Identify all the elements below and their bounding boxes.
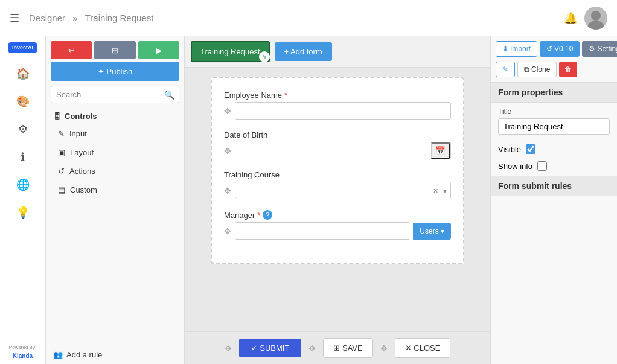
save-button[interactable]: ⊞ SAVE: [323, 338, 372, 358]
select-clear-icon[interactable]: ✕: [433, 187, 438, 194]
move-handle-manager[interactable]: ✥: [224, 226, 231, 236]
bell-icon[interactable]: 🔔: [564, 11, 577, 25]
manager-field: Manager * ? ✥ Users ▾: [224, 210, 451, 240]
employee-name-input[interactable]: [235, 102, 451, 120]
show-info-checkbox[interactable]: [537, 161, 547, 171]
version-button[interactable]: ↺ V0.10: [540, 41, 580, 57]
avatar[interactable]: [584, 7, 607, 30]
add-rule-label: Add a rule: [66, 350, 102, 359]
grid-button[interactable]: ⊞: [94, 41, 135, 59]
employee-name-label: Employee Name *: [224, 91, 451, 100]
sidebar-item-bulb[interactable]: 💡: [11, 200, 35, 225]
visible-checkbox[interactable]: [526, 144, 535, 154]
import-icon: ⬇: [502, 45, 508, 53]
required-star: *: [284, 91, 287, 100]
title-prop-row: Title: [491, 103, 617, 139]
control-item-layout[interactable]: ▣ Layout: [46, 143, 184, 162]
manager-row: ✥ Users ▾: [224, 222, 451, 240]
control-item-actions[interactable]: ↺ Actions: [46, 162, 184, 180]
control-item-custom[interactable]: ▤ Custom: [46, 180, 184, 199]
icon-sidebar: InvestAI 🏠 🎨 ⚙ ℹ 🌐 💡 Powered By: Klanda: [0, 36, 46, 364]
main-layout: InvestAI 🏠 🎨 ⚙ ℹ 🌐 💡 Powered By: Klanda …: [0, 36, 617, 364]
training-course-label: Training Course: [224, 170, 451, 179]
manager-label: Manager * ?: [224, 210, 451, 220]
sidebar-item-info[interactable]: ℹ: [11, 145, 35, 169]
form-tab-training[interactable]: Training Request ✎: [191, 41, 270, 62]
show-info-row: Show info: [491, 159, 617, 176]
edit-prop-button[interactable]: ✎: [496, 62, 515, 77]
date-input-wrapper: 📅: [235, 142, 451, 159]
settings-button[interactable]: ⚙ Settings: [582, 41, 617, 57]
save-drag-handle[interactable]: ✥: [308, 343, 316, 353]
actions-label: Actions: [69, 167, 95, 176]
delete-prop-button[interactable]: 🗑: [559, 62, 577, 77]
controls-label: Controls: [65, 112, 97, 121]
sidebar-item-gear[interactable]: ⚙: [11, 117, 35, 141]
training-course-select[interactable]: [235, 182, 450, 199]
manager-required-star: *: [257, 211, 260, 220]
form-toolbar: Training Request ✎ + Add form: [185, 36, 490, 68]
submit-drag-handle[interactable]: ✥: [225, 343, 232, 353]
title-prop-label: Title: [498, 107, 610, 116]
import-label: Import: [510, 45, 531, 53]
props-toolbar: ⬇ Import ↺ V0.10 ⚙ Settings: [491, 36, 617, 62]
breadcrumb-page: Training Request: [85, 13, 154, 23]
date-of-birth-input[interactable]: [235, 142, 431, 159]
submit-rules-label: Form submit rules: [491, 176, 617, 196]
search-input[interactable]: [51, 86, 179, 103]
custom-icon: ▤: [58, 185, 65, 194]
training-course-select-wrap: ✕ ▼: [235, 182, 451, 199]
submit-button[interactable]: ✓ SUBMIT: [239, 339, 302, 357]
manager-input[interactable]: [235, 222, 409, 240]
search-box: 🔍: [51, 86, 179, 103]
import-button[interactable]: ⬇ Import: [496, 41, 537, 57]
move-handle-employee[interactable]: ✥: [224, 106, 231, 116]
custom-label: Custom: [70, 185, 97, 194]
prop-actions: ✎ ⧉ Clone 🗑: [491, 62, 617, 82]
publish-button[interactable]: ✦ Publish: [51, 62, 179, 81]
input-icon: ✎: [58, 129, 65, 138]
input-label: Input: [69, 129, 87, 138]
sidebar-item-palette[interactable]: 🎨: [11, 89, 35, 113]
edit-pencil-icon[interactable]: ✎: [259, 51, 270, 62]
manager-help-icon[interactable]: ?: [263, 210, 272, 220]
close-button[interactable]: ✕ CLOSE: [395, 338, 451, 358]
control-item-input[interactable]: ✎ Input: [46, 124, 184, 143]
controls-toolbar: ↩ ⊞ ▶: [46, 36, 184, 62]
settings-icon: ⚙: [589, 45, 595, 53]
title-prop-input[interactable]: [498, 118, 610, 135]
date-of-birth-row: ✥ 📅: [224, 142, 451, 159]
sidebar-item-home[interactable]: 🏠: [11, 62, 35, 86]
users-button[interactable]: Users ▾: [413, 223, 451, 240]
form-canvas: Employee Name * ✥ Date of Birth ✥: [185, 68, 490, 331]
clone-label: Clone: [531, 65, 550, 74]
calendar-button[interactable]: 📅: [431, 142, 450, 159]
close-drag-handle[interactable]: ✥: [380, 343, 388, 353]
controls-header: 🎛 Controls: [46, 108, 184, 124]
brand-logo: InvestAI: [8, 42, 37, 53]
actions-icon: ↺: [58, 167, 65, 176]
topbar: ☰ Designer » Training Request 🔔: [0, 0, 617, 36]
breadcrumb-designer: Designer: [29, 13, 65, 23]
move-handle-course[interactable]: ✥: [224, 186, 231, 196]
edit-prop-icon: ✎: [502, 65, 508, 74]
props-title: Form properties: [491, 82, 617, 103]
layout-label: Layout: [70, 148, 94, 157]
breadcrumb-separator: »: [72, 13, 77, 23]
controls-icon: 🎛: [53, 112, 61, 121]
hamburger-icon[interactable]: ☰: [10, 11, 19, 25]
settings-label: Settings: [597, 45, 617, 53]
back-button[interactable]: ↩: [51, 41, 92, 59]
play-button[interactable]: ▶: [138, 41, 179, 59]
sidebar-item-globe[interactable]: 🌐: [11, 173, 35, 197]
layout-icon: ▣: [58, 148, 65, 157]
training-course-row: ✥ ✕ ▼: [224, 182, 451, 199]
add-form-button[interactable]: + Add form: [275, 42, 332, 61]
add-rule-button[interactable]: 👥 Add a rule: [46, 345, 184, 364]
klanda-logo: Klanda: [13, 353, 33, 359]
clone-button[interactable]: ⧉ Clone: [517, 62, 557, 77]
employee-name-row: ✥: [224, 102, 451, 120]
trash-icon: 🗑: [564, 65, 572, 74]
form-area: Training Request ✎ + Add form Employee N…: [185, 36, 490, 364]
move-handle-dob[interactable]: ✥: [224, 146, 231, 156]
